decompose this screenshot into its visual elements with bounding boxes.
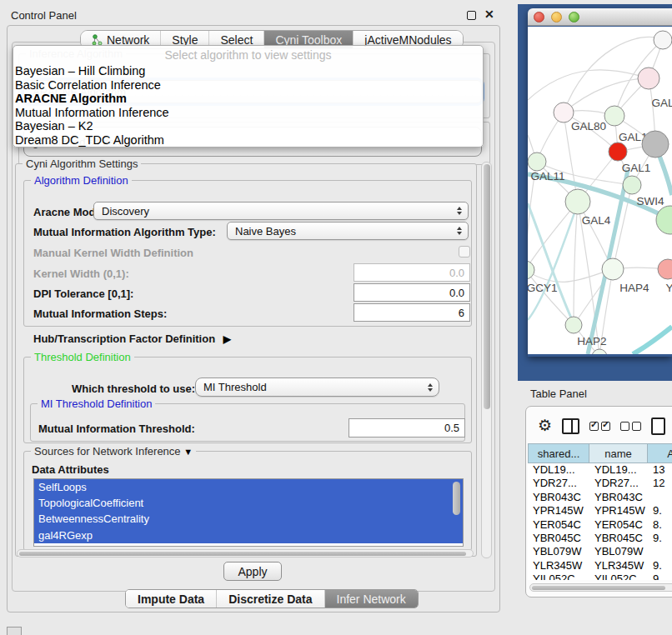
network-node[interactable] bbox=[609, 142, 627, 161]
tab-infer-network[interactable]: Infer Network bbox=[325, 590, 418, 608]
mi-threshold-field[interactable]: 0.5 bbox=[349, 418, 465, 438]
table-row[interactable]: YIL052CYIL052C9 bbox=[528, 572, 672, 580]
network-edge[interactable] bbox=[574, 202, 578, 325]
column-header[interactable]: shared... bbox=[528, 443, 589, 463]
network-node[interactable] bbox=[654, 31, 672, 49]
table-row[interactable]: YBR045CYBR045C9. bbox=[528, 532, 672, 545]
algorithm-option-selected[interactable]: ARACNE Algorithm bbox=[13, 92, 483, 106]
kernel-width-label: Kernel Width (0,1): bbox=[33, 268, 129, 280]
network-node[interactable] bbox=[658, 259, 672, 279]
network-node-label: GAL bbox=[651, 97, 672, 109]
mi-steps-label: Mutual Information Steps: bbox=[33, 308, 167, 320]
table-row[interactable]: YPR145WYPR145W9. bbox=[528, 504, 672, 518]
mi-steps-field[interactable]: 6 bbox=[354, 303, 470, 322]
tab-discretize-data[interactable]: Discretize Data bbox=[217, 590, 324, 608]
hub-definition-toggle[interactable]: Hub/Transcription Factor Definition ▶ bbox=[33, 332, 231, 345]
settings-scrollbar[interactable] bbox=[481, 162, 492, 558]
table-cell: YPR145W bbox=[528, 504, 589, 518]
network-edge[interactable] bbox=[528, 203, 574, 323]
network-node[interactable] bbox=[656, 206, 672, 234]
network-edge[interactable] bbox=[528, 269, 613, 282]
zoom-traffic-light-icon[interactable] bbox=[569, 12, 579, 22]
column-header[interactable]: name bbox=[589, 443, 648, 463]
collapsed-panel-icon[interactable] bbox=[7, 627, 22, 635]
network-edge[interactable] bbox=[633, 327, 672, 354]
close-traffic-light-icon[interactable] bbox=[534, 12, 544, 22]
cyni-settings-title: Cyni Algorithm Settings bbox=[23, 158, 141, 170]
select-all-checkboxes-icon[interactable] bbox=[589, 422, 610, 431]
network-node[interactable] bbox=[528, 152, 546, 171]
apply-button[interactable]: Apply bbox=[223, 562, 282, 581]
tab-impute-data[interactable]: Impute Data bbox=[126, 590, 217, 608]
network-canvas[interactable]: GALGAL80GAL10GAL1GAL11SWI4GAL4GCY1HAP4YH… bbox=[528, 27, 672, 354]
network-edge[interactable] bbox=[564, 78, 649, 112]
dpi-tolerance-field[interactable]: 0.0 bbox=[354, 283, 470, 302]
close-icon[interactable]: ✕ bbox=[484, 8, 494, 21]
table-hscrollbar[interactable] bbox=[529, 583, 672, 592]
columns-icon[interactable] bbox=[562, 418, 579, 434]
attribute-item[interactable]: BetweennessCentrality bbox=[34, 511, 463, 527]
sources-group-title: Sources for Network Inference ▼ bbox=[31, 445, 196, 458]
table-cell: 13 bbox=[648, 463, 672, 477]
attribute-item[interactable]: SelfLoops bbox=[34, 479, 463, 495]
table-header-row: shared...nameA bbox=[528, 443, 672, 463]
network-node-label: HAP4 bbox=[619, 282, 649, 294]
manual-kernel-checkbox[interactable] bbox=[459, 246, 470, 258]
table-cell: YLR345W bbox=[589, 559, 648, 572]
network-node-label: GAL80 bbox=[571, 120, 606, 132]
table-cell: 9. bbox=[648, 532, 672, 545]
settings-hscrollbar[interactable] bbox=[17, 549, 474, 558]
table-cell: YDR27... bbox=[528, 477, 589, 490]
algorithm-option[interactable]: Dream8 DC_TDC Algorithm bbox=[13, 133, 483, 148]
table-row[interactable]: YDL19...YDL19...13 bbox=[528, 463, 672, 477]
network-node[interactable] bbox=[602, 258, 624, 280]
mi-threshold-label: Mutual Information Threshold: bbox=[38, 422, 195, 435]
table-rows: YDL19...YDL19...13YDR27...YDR27...12YBR0… bbox=[528, 463, 672, 580]
expand-arrow-icon[interactable]: ▶ bbox=[223, 333, 231, 345]
column-header[interactable]: A bbox=[648, 443, 672, 463]
table-cell: YBR043C bbox=[589, 491, 648, 504]
float-window-icon[interactable] bbox=[467, 11, 476, 20]
attribute-item[interactable]: TopologicalCoefficient bbox=[34, 495, 463, 511]
network-node[interactable] bbox=[638, 68, 659, 89]
mi-type-combobox[interactable]: Naive Bayes bbox=[227, 222, 469, 240]
table-toolbar: ⚙ bbox=[526, 413, 672, 438]
table-hscrollbar-thumb[interactable] bbox=[532, 586, 665, 591]
network-node[interactable] bbox=[528, 261, 534, 279]
table-cell: 9. bbox=[648, 559, 672, 572]
network-node[interactable] bbox=[642, 131, 669, 158]
gear-icon[interactable]: ⚙ bbox=[538, 418, 552, 434]
table-row[interactable]: YER054CYER054C8. bbox=[528, 518, 672, 532]
network-icon bbox=[92, 34, 103, 46]
aracne-mode-combobox[interactable]: Discovery bbox=[93, 202, 469, 220]
table-row[interactable]: YLR345WYLR345W9. bbox=[528, 559, 672, 572]
table-row[interactable]: YBL079WYBL079W bbox=[528, 545, 672, 558]
network-window-titlebar[interactable] bbox=[528, 8, 672, 26]
network-node[interactable] bbox=[565, 189, 590, 214]
minimize-traffic-light-icon[interactable] bbox=[551, 12, 562, 22]
table-row[interactable]: YDR27...YDR27...12 bbox=[528, 477, 672, 490]
which-threshold-combobox[interactable]: MI Threshold bbox=[195, 378, 439, 397]
table-cell: YDR27... bbox=[589, 477, 648, 490]
settings-scrollbar-thumb[interactable] bbox=[484, 164, 490, 409]
algorithm-option[interactable]: Basic Correlation Inference bbox=[13, 78, 483, 92]
kernel-width-field[interactable]: 0.0 bbox=[354, 263, 470, 282]
table-cell: YBR045C bbox=[528, 532, 589, 545]
attribute-item[interactable]: gal4RGexp bbox=[34, 528, 463, 543]
network-node[interactable] bbox=[623, 176, 641, 194]
export-table-icon[interactable] bbox=[651, 418, 665, 435]
cyni-mode-tabbar: Impute Data Discretize Data Infer Networ… bbox=[125, 589, 419, 608]
network-node[interactable] bbox=[604, 106, 624, 126]
network-node-label: GCY1 bbox=[528, 282, 557, 294]
network-node-label: GAL11 bbox=[530, 170, 564, 182]
which-threshold-label: Which threshold to use: bbox=[72, 382, 195, 395]
collapse-arrow-icon[interactable]: ▼ bbox=[183, 447, 193, 457]
algorithm-option[interactable]: Mutual Information Inference bbox=[13, 106, 483, 120]
deselect-all-checkboxes-icon[interactable] bbox=[620, 422, 641, 431]
settings-hscrollbar-thumb[interactable] bbox=[19, 552, 466, 557]
algorithm-option[interactable]: Bayesian – Hill Climbing bbox=[13, 64, 483, 78]
algorithm-option[interactable]: Bayesian – K2 bbox=[13, 119, 483, 133]
network-node[interactable] bbox=[565, 317, 582, 333]
attributes-scrollbar-thumb[interactable] bbox=[453, 482, 460, 515]
table-row[interactable]: YBR043CYBR043C bbox=[528, 491, 672, 504]
